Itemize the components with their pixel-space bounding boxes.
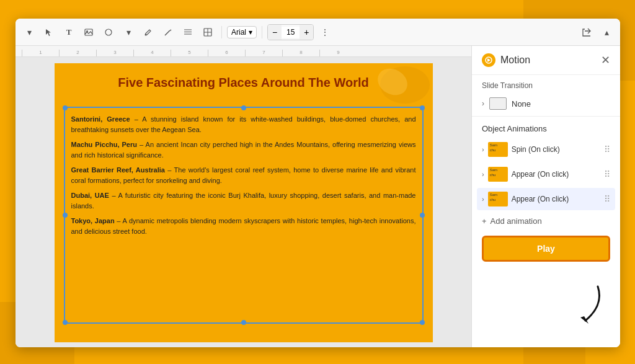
paragraph-4: Dubai, UAE – A futuristic city featuring… <box>71 190 416 211</box>
transition-value: None <box>512 99 531 109</box>
side-panel: Motion ✕ Slide Transition › None Object … <box>471 46 620 347</box>
panel-title: Motion <box>500 55 530 66</box>
share-btn[interactable] <box>578 24 595 41</box>
object-animations-title: Object Animations <box>472 119 620 137</box>
para5-bold: Tokyo, Japan <box>71 217 115 224</box>
toolbar-right: ▴ <box>578 24 615 41</box>
slide-title: Five Fascinating Places Around The World <box>55 63 433 96</box>
paint-btn[interactable] <box>140 24 157 41</box>
ruler: 1 2 3 4 5 6 7 8 9 <box>16 46 471 57</box>
handle-mid-left[interactable] <box>63 213 68 218</box>
add-icon: + <box>482 216 487 226</box>
transition-chevron-icon: › <box>482 99 484 108</box>
cursor-tool-btn[interactable] <box>40 24 58 41</box>
slide-content-box[interactable]: Santorini, Greece – A stunning island kn… <box>64 107 424 324</box>
para5-text: – A dynamic metropolis blending modern s… <box>71 217 416 235</box>
text-tool-btn[interactable]: T <box>60 24 78 41</box>
ruler-mark: 5 <box>171 50 208 56</box>
anim-label-2: Appear (On click) <box>512 170 600 179</box>
svg-point-1 <box>86 30 88 32</box>
para2-bold: Machu Picchu, Peru <box>71 141 138 148</box>
svg-point-3 <box>145 33 147 35</box>
paragraph-5: Tokyo, Japan – A dynamic metropolis blen… <box>71 216 416 236</box>
paragraph-2: Machu Picchu, Peru – An ancient Incan ci… <box>71 140 416 160</box>
font-size-value: 15 <box>282 27 300 38</box>
transition-item[interactable]: › None <box>472 94 620 113</box>
lines-btn[interactable] <box>179 24 197 41</box>
ruler-mark: 3 <box>96 50 133 56</box>
animation-item-1[interactable]: › Samchu Spin (On click) ⠿ <box>477 138 615 161</box>
handle-mid-right[interactable] <box>420 213 425 218</box>
handle-bot-center[interactable] <box>241 320 246 325</box>
anim-thumb-2: Samchu <box>488 167 508 182</box>
toolbar-separator-2 <box>262 26 262 38</box>
dropdown-arrow-btn[interactable]: ▾ <box>20 24 38 41</box>
image-tool-btn[interactable] <box>80 24 97 41</box>
ruler-mark: 7 <box>245 50 282 56</box>
font-size-decrease-btn[interactable]: − <box>268 25 282 40</box>
play-btn[interactable]: Play <box>482 236 610 262</box>
paragraph-1: Santorini, Greece – A stunning island kn… <box>71 114 416 135</box>
slide-thumbnail <box>489 97 507 110</box>
main-window: ▾ T ▾ Arial ▾ <box>16 19 620 347</box>
svg-line-4 <box>165 30 170 35</box>
animation-item-3[interactable]: › Samchu Appear (On click) ⠿ <box>477 188 615 210</box>
pen-btn[interactable] <box>159 24 177 41</box>
ruler-mark: 2 <box>59 50 96 56</box>
chevron-up-btn[interactable]: ▴ <box>598 24 615 41</box>
handle-bot-right[interactable] <box>420 320 425 325</box>
anim-chevron-3: › <box>482 195 484 203</box>
handle-top-left[interactable] <box>63 105 68 110</box>
font-name: Arial <box>231 28 246 37</box>
para3-bold: Great Barrier Reef, Australia <box>71 166 165 174</box>
panel-title-row: Motion <box>482 53 530 67</box>
add-animation-label: Add animation <box>491 216 542 226</box>
ruler-mark: 8 <box>282 50 319 56</box>
ruler-mark: 6 <box>208 50 245 56</box>
animation-item-2[interactable]: › Samchu Appear (On click) ⠿ <box>477 163 615 185</box>
anim-label-1: Spin (On click) <box>512 145 600 154</box>
anim-chevron-1: › <box>482 146 484 153</box>
para4-text: – A futuristic city featuring the iconic… <box>71 192 416 210</box>
handle-top-center[interactable] <box>241 105 246 110</box>
svg-point-2 <box>105 29 112 35</box>
panel-divider-1 <box>472 116 620 117</box>
ruler-marks: 1 2 3 4 5 6 7 8 9 <box>22 50 357 56</box>
more-options-btn[interactable]: ⋮ <box>316 24 334 41</box>
anim-label-3: Appear (On click) <box>512 195 600 203</box>
line-tool-btn[interactable]: ▾ <box>120 24 137 41</box>
handle-top-right[interactable] <box>420 105 425 110</box>
motion-icon <box>482 53 495 67</box>
ruler-mark: 4 <box>133 50 171 56</box>
anim-drag-1[interactable]: ⠿ <box>604 144 610 154</box>
panel-close-btn[interactable]: ✕ <box>601 55 610 66</box>
anim-thumb-1: Samchu <box>488 142 508 157</box>
add-animation-btn[interactable]: + Add animation <box>472 211 620 231</box>
font-size-control: − 15 + <box>267 24 314 40</box>
anim-drag-3[interactable]: ⠿ <box>604 194 610 204</box>
handle-bot-left[interactable] <box>63 320 68 325</box>
anim-drag-2[interactable]: ⠿ <box>604 169 610 179</box>
ruler-mark: 9 <box>319 50 357 56</box>
para4-bold: Dubai, UAE <box>71 192 109 199</box>
anim-thumb-3: Samchu <box>488 192 508 206</box>
content-area: 1 2 3 4 5 6 7 8 9 Five Fascinating Place… <box>16 46 620 347</box>
paragraph-3: Great Barrier Reef, Australia – The worl… <box>71 165 416 185</box>
slide-transition-label: Slide Transition <box>472 75 620 94</box>
slide-canvas[interactable]: Five Fascinating Places Around The World… <box>55 63 433 342</box>
slide-area: 1 2 3 4 5 6 7 8 9 Five Fascinating Place… <box>16 46 471 347</box>
ruler-mark: 1 <box>22 50 59 56</box>
panel-header: Motion ✕ <box>472 46 620 75</box>
table-btn[interactable] <box>199 24 216 41</box>
font-selector[interactable]: Arial ▾ <box>227 26 257 38</box>
para1-bold: Santorini, Greece <box>71 115 130 123</box>
toolbar-separator-1 <box>221 26 222 38</box>
font-dropdown-icon: ▾ <box>249 28 252 37</box>
toolbar: ▾ T ▾ Arial ▾ <box>16 19 620 46</box>
font-size-increase-btn[interactable]: + <box>300 25 313 40</box>
anim-chevron-2: › <box>482 171 484 178</box>
shapes-tool-btn[interactable] <box>100 24 117 41</box>
